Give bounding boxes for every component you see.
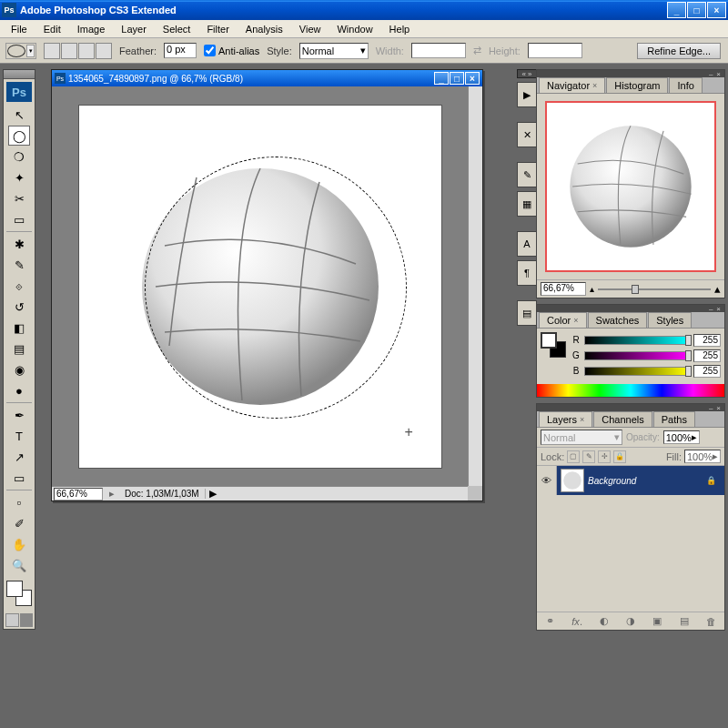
dock-tool-presets-icon[interactable]: ✕ [517, 122, 537, 147]
status-menu-icon[interactable]: ▸ [105, 488, 119, 500]
foreground-swatch[interactable] [6, 581, 23, 597]
style-select[interactable]: Normal▾ [299, 43, 369, 59]
menu-window[interactable]: Window [329, 22, 379, 36]
antialias-checkbox[interactable]: Anti-alias [204, 45, 259, 56]
magic-wand-tool[interactable]: ✦ [8, 167, 30, 187]
panel-collapse-icon[interactable]: – [707, 305, 714, 313]
lock-pixels-button[interactable]: ✎ [582, 450, 595, 463]
minimize-button[interactable]: _ [667, 2, 686, 18]
crop-tool[interactable]: ✂ [8, 188, 30, 208]
hand-tool[interactable]: ✋ [8, 534, 30, 554]
panel-close-icon[interactable]: × [714, 404, 723, 412]
tab-navigator[interactable]: Navigator× [539, 77, 605, 93]
menu-help[interactable]: Help [382, 22, 418, 36]
selection-add-button[interactable] [61, 43, 77, 59]
menu-select[interactable]: Select [156, 22, 198, 36]
color-slider-g[interactable]: G 255 [571, 348, 721, 363]
pen-tool[interactable]: ✒ [8, 405, 30, 425]
layer-visibility-toggle[interactable]: 👁 [537, 466, 557, 495]
canvas-viewport[interactable]: + [52, 86, 468, 486]
menu-filter[interactable]: Filter [199, 22, 236, 36]
selection-new-button[interactable] [44, 43, 60, 59]
shape-tool[interactable]: ▭ [8, 468, 30, 488]
history-brush-tool[interactable]: ↺ [8, 297, 30, 317]
slice-tool[interactable]: ▭ [8, 209, 30, 229]
menu-edit[interactable]: Edit [36, 22, 68, 36]
slider-thumb[interactable] [685, 350, 692, 361]
selection-subtract-button[interactable] [78, 43, 95, 59]
status-arrow-icon[interactable]: ▶ [206, 488, 220, 500]
eyedropper-tool[interactable]: ✐ [8, 513, 30, 533]
layer-name-label[interactable]: Background [588, 476, 706, 486]
layer-fx-button[interactable]: fx. [569, 614, 585, 629]
new-layer-button[interactable]: ▤ [676, 614, 693, 629]
delete-layer-button[interactable]: 🗑 [703, 614, 719, 629]
zoom-tool[interactable]: 🔍 [8, 555, 30, 575]
panel-collapse-icon[interactable]: – [707, 70, 714, 78]
panel-close-icon[interactable]: × [714, 305, 723, 313]
tab-channels[interactable]: Channels [593, 411, 652, 427]
tab-paths[interactable]: Paths [653, 411, 695, 427]
dock-paragraph-icon[interactable]: ¶ [517, 260, 537, 286]
toolbox-gripper[interactable] [4, 70, 35, 79]
type-tool[interactable]: T [8, 426, 30, 446]
channel-value[interactable]: 255 [693, 349, 721, 362]
doc-close-button[interactable]: × [465, 72, 480, 85]
marquee-tool[interactable]: ◯ [8, 126, 30, 146]
link-layers-button[interactable]: ⚭ [542, 614, 559, 629]
slider-thumb[interactable] [685, 366, 692, 377]
feather-input[interactable]: 0 px [164, 43, 197, 58]
adjustment-layer-button[interactable]: ◑ [622, 614, 639, 629]
doc-maximize-button[interactable]: □ [450, 72, 464, 85]
move-tool[interactable]: ↖ [8, 105, 30, 125]
panel-collapse-icon[interactable]: – [707, 404, 714, 412]
opacity-field[interactable]: 100%▸ [663, 430, 700, 444]
layers-list[interactable]: 👁 Background 🔒 [537, 466, 724, 612]
menu-layer[interactable]: Layer [114, 22, 154, 36]
close-button[interactable]: × [707, 2, 726, 18]
layer-row[interactable]: 👁 Background 🔒 [537, 466, 724, 495]
tab-styles[interactable]: Styles [648, 312, 692, 328]
panel-close-icon[interactable]: × [714, 70, 723, 78]
menu-view[interactable]: View [292, 22, 329, 36]
menu-analysis[interactable]: Analysis [238, 22, 290, 36]
width-input[interactable] [411, 43, 466, 58]
color-spectrum[interactable] [537, 384, 724, 397]
doc-minimize-button[interactable]: _ [434, 72, 449, 85]
height-input[interactable] [528, 43, 582, 58]
maximize-button[interactable]: □ [687, 2, 706, 18]
color-fg-swatch[interactable] [541, 332, 557, 349]
dock-character-icon[interactable]: A [517, 231, 537, 257]
dock-play-icon[interactable]: ▶ [517, 82, 537, 107]
channel-value[interactable]: 255 [693, 365, 721, 378]
selection-shape-dropdown[interactable]: ▾ [26, 45, 35, 57]
blur-tool[interactable]: ◉ [8, 359, 30, 379]
tab-color[interactable]: Color× [539, 312, 587, 328]
slider-thumb[interactable] [685, 335, 692, 346]
dodge-tool[interactable]: ● [8, 380, 30, 400]
quickmask-button[interactable] [5, 613, 19, 627]
navigator-zoom-field[interactable]: 66,67% [541, 282, 586, 296]
clone-stamp-tool[interactable]: ⟐ [8, 276, 30, 296]
color-swatch-stack[interactable] [541, 332, 568, 359]
navigator-zoom-slider[interactable] [598, 285, 711, 294]
selection-intersect-button[interactable] [96, 43, 112, 59]
layer-group-button[interactable]: ▣ [649, 614, 665, 629]
selection-shape-icon[interactable] [7, 45, 25, 57]
screenmode-button[interactable] [20, 613, 34, 627]
layer-mask-button[interactable]: ◐ [596, 614, 612, 629]
layer-thumbnail[interactable] [561, 469, 584, 492]
menu-file[interactable]: File [4, 22, 35, 36]
zoom-readout[interactable]: 66,67% [54, 488, 103, 500]
zoom-out-icon[interactable]: ▴ [590, 284, 594, 294]
canvas[interactable]: + [78, 105, 442, 469]
notes-tool[interactable]: ▫ [8, 492, 30, 512]
slider-track[interactable] [584, 367, 690, 376]
lock-all-button[interactable]: 🔒 [613, 450, 626, 463]
refine-edge-button[interactable]: Refine Edge... [637, 43, 721, 59]
dock-expand-button[interactable]: « » [517, 69, 537, 78]
document-titlebar[interactable]: Ps 1354065_74890897.png @ 66,7% (RGB/8) … [52, 70, 482, 86]
color-slider-r[interactable]: R 255 [571, 332, 721, 348]
gradient-tool[interactable]: ▤ [8, 339, 30, 359]
tab-histogram[interactable]: Histogram [606, 77, 668, 93]
